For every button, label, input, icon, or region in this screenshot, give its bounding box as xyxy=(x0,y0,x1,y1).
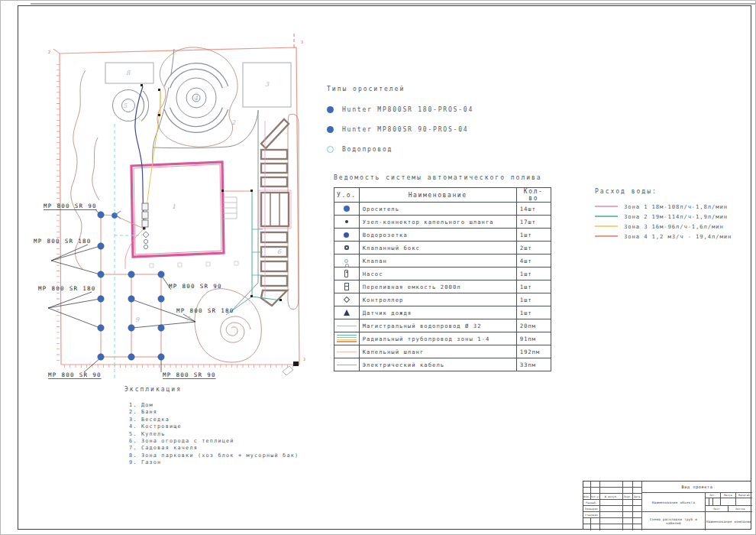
sprinkler-model-label: MP 800 SR 90 xyxy=(163,371,216,378)
sign-cell xyxy=(623,500,633,506)
sprinkler-dot xyxy=(98,354,104,360)
grid-cell xyxy=(633,518,642,524)
radial-pipe-icon xyxy=(337,335,357,342)
symbol-cell xyxy=(334,242,360,255)
item-name: Водорозетка xyxy=(359,229,516,242)
grid-cell xyxy=(633,488,642,494)
sprinkler-types-legend: Типы оросителей Hunter MP800SR 180-PROS-… xyxy=(327,86,533,166)
water-zone-row: Зона 1 18м-108л/ч-1,8л/мин xyxy=(595,203,752,209)
spec-table-title: Ведомость системы автоматического полива xyxy=(334,174,542,181)
item-qty: 192пм xyxy=(516,345,551,358)
grid-cell xyxy=(600,518,623,524)
explication-item: 7. Садовая качеля xyxy=(124,445,354,452)
sprinkler-icon xyxy=(344,206,350,212)
revision-col-header: Дата xyxy=(633,494,642,500)
legend-item: Водопровод xyxy=(327,146,533,153)
symbol-cell xyxy=(334,280,360,293)
sprinkler-dot xyxy=(128,271,134,277)
zone-label: Зона 2 19м-114л/ч-1,9л/мин xyxy=(624,213,728,220)
controller-icon xyxy=(344,297,350,303)
item-name: Клапан xyxy=(359,255,516,268)
item-name: Капельный шланг xyxy=(359,345,516,358)
role-cell xyxy=(600,506,623,512)
zone-number: 9 xyxy=(135,316,140,323)
table-row: Капельный шланг192пм xyxy=(334,345,551,358)
table-row: Переливная емкость 2000л1шт xyxy=(334,280,551,293)
grid-cell xyxy=(633,481,642,488)
zone-line-swatch xyxy=(595,216,618,217)
symbol-cell xyxy=(334,332,360,345)
irrigation-spec-table: У.о.НаименованиеКол-во Ороситель14штУзел… xyxy=(334,187,551,371)
column-header: Наименование xyxy=(359,188,516,203)
symbol-cell xyxy=(334,216,360,229)
grid-cell xyxy=(633,524,642,530)
sprinkler-dot xyxy=(128,296,134,302)
table-row: Клапан4шт xyxy=(334,255,551,268)
zone-number: 8 xyxy=(126,70,131,76)
mass-header: Масса xyxy=(721,493,736,498)
grid-cell xyxy=(623,488,633,494)
item-name: Контроллер xyxy=(359,293,516,306)
sheet-cell: Лист xyxy=(706,506,729,512)
date-cell xyxy=(633,512,642,518)
role-label: Проверил xyxy=(583,506,600,512)
sign-cell xyxy=(623,512,633,518)
water-usage-title: Расход воды: xyxy=(595,188,752,195)
role-label: Утвердил xyxy=(583,512,600,518)
table-row: Датчик дождя1шт xyxy=(334,306,551,319)
electric-cable-icon xyxy=(337,365,357,365)
item-qty: 91пм xyxy=(516,332,551,345)
boundary-corner-mark: 2 xyxy=(48,50,50,54)
grid-cell xyxy=(591,481,600,488)
zone-number: 2 xyxy=(231,119,236,126)
sheets-cell: Листов xyxy=(729,506,752,512)
drip-connector-icon xyxy=(345,220,348,223)
zone-number: 3 xyxy=(265,81,270,88)
table-row: Водорозетка1шт xyxy=(334,229,551,242)
furniture-marks xyxy=(150,261,238,268)
sprinkler-dot xyxy=(98,243,104,249)
drawing-name-cell: Схема раскладки труб и кабелей xyxy=(642,512,706,530)
sprinkler-90-icon xyxy=(327,126,334,133)
grid-cell xyxy=(591,488,600,494)
title-block: Изм.Кол.уч№ докум.Подп.ДатаРазраб.Провер… xyxy=(583,481,751,530)
table-row: Узел-коннектор капельного шланга17шт xyxy=(334,216,551,229)
sprinkler-dot xyxy=(98,271,104,277)
symbol-cell xyxy=(334,293,360,306)
lit-header: Лит. xyxy=(706,493,721,498)
item-qty: 20пм xyxy=(516,319,551,332)
legend-item: Hunter MP800SR 90-PROS-04 xyxy=(327,126,533,133)
water-outlet-icon xyxy=(344,232,349,238)
main-pipe-icon xyxy=(337,326,357,326)
item-qty: 1шт xyxy=(516,229,551,242)
column-header: У.о. xyxy=(334,188,360,203)
zone-number: 7 xyxy=(186,316,190,323)
sprinkler-model-label: MP 800 SR 180 xyxy=(34,238,92,245)
item-qty: 1шт xyxy=(516,268,551,280)
object-name-cell: Наименование объекта xyxy=(642,493,706,512)
sprinkler-model-label: MP 800 SR 90 xyxy=(169,283,222,290)
symbol-cell xyxy=(334,345,360,358)
boundary-corner-mark: 3 xyxy=(301,40,303,44)
item-name: Магистральный водопровод Ø 32 xyxy=(359,319,516,332)
zone-label: Зона 1 18м-108л/ч-1,8л/мин xyxy=(624,203,728,210)
sprinkler-model-label: MP 800 SR 90 xyxy=(44,203,97,209)
symbol-cell xyxy=(334,358,360,371)
zone-label: Зона 4 1,2 м3/ч - 19,4л/мин xyxy=(624,233,732,240)
item-name: Электрический кабель xyxy=(359,358,516,371)
sprinkler-dot xyxy=(98,325,104,331)
item-qty: 14шт xyxy=(516,203,551,216)
role-cell xyxy=(600,512,623,518)
grid-cell xyxy=(623,524,633,530)
symbol-cell xyxy=(334,229,360,242)
item-name: Радиальный трубопровод зоны 1-4 xyxy=(359,332,516,345)
connection-point xyxy=(283,362,299,375)
zone-label: Зона 3 16м-96л/ч-1,6л/мин xyxy=(624,223,724,230)
table-row: Магистральный водопровод Ø 3220пм xyxy=(334,319,551,332)
item-qty: 1шт xyxy=(516,293,551,306)
grid-cell xyxy=(583,481,591,488)
symbol-cell xyxy=(334,268,360,280)
water-zone-row: Зона 4 1,2 м3/ч - 19,4л/мин xyxy=(595,233,752,239)
drawing-sheet: MP 800 SR 90MP 800 SR 180MP 800 SR 180MP… xyxy=(0,0,756,535)
water-zone-row: Зона 2 19м-114л/ч-1,9л/мин xyxy=(595,213,752,219)
